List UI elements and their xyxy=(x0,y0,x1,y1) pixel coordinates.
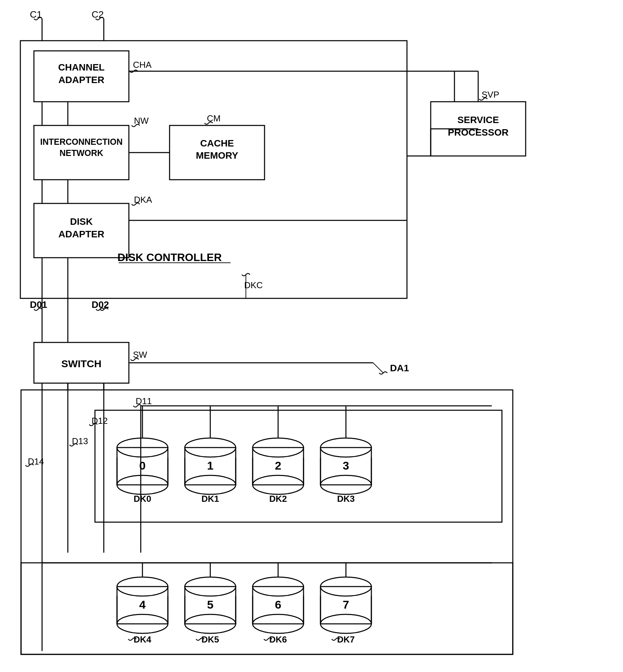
cache-memory-label2: MEMORY xyxy=(196,150,238,161)
dk7-number: 7 xyxy=(343,598,349,611)
dk5-label: DK5 xyxy=(201,634,219,645)
svg-rect-36 xyxy=(95,410,502,522)
dk7-label: DK7 xyxy=(337,634,355,645)
dk2-number: 2 xyxy=(275,459,281,472)
disk-adapter-label2: ADAPTER xyxy=(58,229,104,239)
dk6-number: 6 xyxy=(275,598,281,611)
dk4-label: DK4 xyxy=(134,634,152,645)
dk4-number: 4 xyxy=(139,598,146,611)
cache-memory-label1: CACHE xyxy=(200,138,234,149)
channel-adapter-label2: ADAPTER xyxy=(58,75,104,85)
cha-label: CHA xyxy=(133,60,152,70)
nw-label: NW xyxy=(134,116,149,126)
dk3-label: DK3 xyxy=(337,494,355,504)
dkc-label: DKC xyxy=(244,280,263,290)
c2-label: C2 xyxy=(92,9,104,20)
service-processor-label1: SERVICE xyxy=(457,115,499,125)
cm-label: CM xyxy=(207,113,220,123)
dk3-number: 3 xyxy=(343,459,349,472)
dk2-label: DK2 xyxy=(269,494,287,504)
disk-adapter-label1: DISK xyxy=(70,216,93,227)
svg-rect-86 xyxy=(21,563,513,654)
dk6-label: DK6 xyxy=(269,634,287,645)
channel-adapter-label: CHANNEL xyxy=(58,62,105,73)
c1-label: C1 xyxy=(30,9,42,20)
diagram: C1 C2 CHANNEL ADAPTER CHA INTERCONNECTIO… xyxy=(0,0,623,672)
disk-controller-label: DISK CONTROLLER xyxy=(117,251,222,263)
dk0-label: DK0 xyxy=(134,494,151,504)
switch-label: SWITCH xyxy=(61,358,101,369)
dk5-number: 5 xyxy=(207,598,214,611)
interconnection-label1: INTERCONNECTION xyxy=(40,137,122,146)
da1-label: DA1 xyxy=(390,363,409,373)
sw-label: SW xyxy=(133,350,147,360)
interconnection-label2: NETWORK xyxy=(59,148,103,158)
svg-line-90 xyxy=(373,363,383,373)
dk1-number: 1 xyxy=(207,459,214,472)
dk0-number: 0 xyxy=(139,459,146,472)
dk1-label: DK1 xyxy=(201,494,219,504)
